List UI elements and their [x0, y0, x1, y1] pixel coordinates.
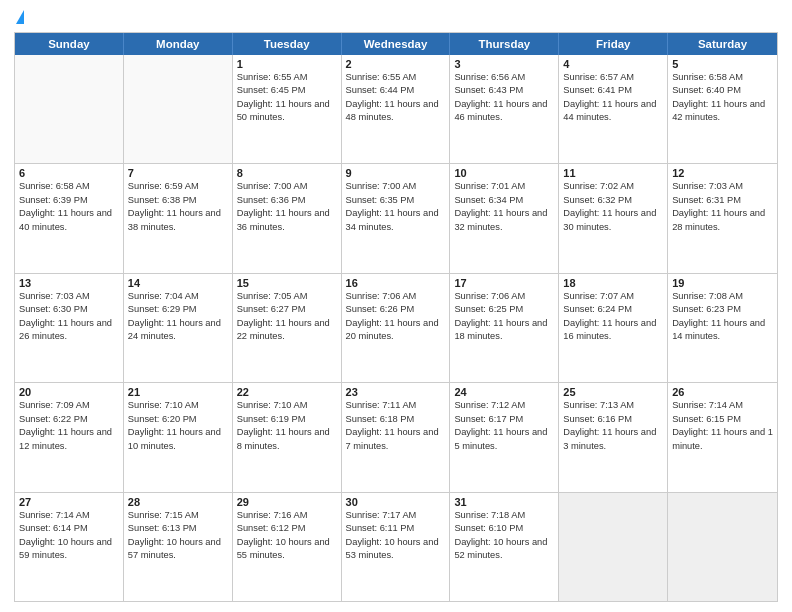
calendar-cell: 8Sunrise: 7:00 AM Sunset: 6:36 PM Daylig… — [233, 164, 342, 272]
calendar-cell: 17Sunrise: 7:06 AM Sunset: 6:25 PM Dayli… — [450, 274, 559, 382]
day-info: Sunrise: 7:09 AM Sunset: 6:22 PM Dayligh… — [19, 399, 119, 453]
calendar-week: 27Sunrise: 7:14 AM Sunset: 6:14 PM Dayli… — [15, 493, 777, 601]
calendar-cell: 23Sunrise: 7:11 AM Sunset: 6:18 PM Dayli… — [342, 383, 451, 491]
calendar-cell — [668, 493, 777, 601]
day-info: Sunrise: 7:18 AM Sunset: 6:10 PM Dayligh… — [454, 509, 554, 563]
calendar-cell: 22Sunrise: 7:10 AM Sunset: 6:19 PM Dayli… — [233, 383, 342, 491]
day-info: Sunrise: 6:58 AM Sunset: 6:39 PM Dayligh… — [19, 180, 119, 234]
calendar-cell: 12Sunrise: 7:03 AM Sunset: 6:31 PM Dayli… — [668, 164, 777, 272]
day-info: Sunrise: 7:04 AM Sunset: 6:29 PM Dayligh… — [128, 290, 228, 344]
calendar-cell: 31Sunrise: 7:18 AM Sunset: 6:10 PM Dayli… — [450, 493, 559, 601]
day-info: Sunrise: 6:57 AM Sunset: 6:41 PM Dayligh… — [563, 71, 663, 125]
day-number: 11 — [563, 167, 663, 179]
calendar-body: 1Sunrise: 6:55 AM Sunset: 6:45 PM Daylig… — [15, 55, 777, 601]
weekday-header: Thursday — [450, 33, 559, 55]
day-number: 5 — [672, 58, 773, 70]
day-info: Sunrise: 7:15 AM Sunset: 6:13 PM Dayligh… — [128, 509, 228, 563]
calendar-cell: 11Sunrise: 7:02 AM Sunset: 6:32 PM Dayli… — [559, 164, 668, 272]
calendar-cell: 7Sunrise: 6:59 AM Sunset: 6:38 PM Daylig… — [124, 164, 233, 272]
day-info: Sunrise: 6:55 AM Sunset: 6:45 PM Dayligh… — [237, 71, 337, 125]
calendar-cell: 6Sunrise: 6:58 AM Sunset: 6:39 PM Daylig… — [15, 164, 124, 272]
day-number: 23 — [346, 386, 446, 398]
calendar-cell — [124, 55, 233, 163]
day-number: 13 — [19, 277, 119, 289]
day-number: 8 — [237, 167, 337, 179]
day-info: Sunrise: 7:11 AM Sunset: 6:18 PM Dayligh… — [346, 399, 446, 453]
day-number: 28 — [128, 496, 228, 508]
calendar-week: 1Sunrise: 6:55 AM Sunset: 6:45 PM Daylig… — [15, 55, 777, 164]
calendar-cell: 21Sunrise: 7:10 AM Sunset: 6:20 PM Dayli… — [124, 383, 233, 491]
calendar-cell — [15, 55, 124, 163]
day-number: 17 — [454, 277, 554, 289]
weekday-header: Tuesday — [233, 33, 342, 55]
day-number: 25 — [563, 386, 663, 398]
calendar-cell: 9Sunrise: 7:00 AM Sunset: 6:35 PM Daylig… — [342, 164, 451, 272]
calendar-cell: 15Sunrise: 7:05 AM Sunset: 6:27 PM Dayli… — [233, 274, 342, 382]
day-info: Sunrise: 6:55 AM Sunset: 6:44 PM Dayligh… — [346, 71, 446, 125]
day-number: 22 — [237, 386, 337, 398]
logo-triangle-icon — [16, 10, 24, 24]
calendar-cell: 13Sunrise: 7:03 AM Sunset: 6:30 PM Dayli… — [15, 274, 124, 382]
calendar-cell: 24Sunrise: 7:12 AM Sunset: 6:17 PM Dayli… — [450, 383, 559, 491]
calendar-week: 6Sunrise: 6:58 AM Sunset: 6:39 PM Daylig… — [15, 164, 777, 273]
calendar: SundayMondayTuesdayWednesdayThursdayFrid… — [14, 32, 778, 602]
day-number: 27 — [19, 496, 119, 508]
weekday-header: Wednesday — [342, 33, 451, 55]
day-info: Sunrise: 7:14 AM Sunset: 6:14 PM Dayligh… — [19, 509, 119, 563]
day-info: Sunrise: 7:13 AM Sunset: 6:16 PM Dayligh… — [563, 399, 663, 453]
day-info: Sunrise: 7:06 AM Sunset: 6:26 PM Dayligh… — [346, 290, 446, 344]
day-info: Sunrise: 7:06 AM Sunset: 6:25 PM Dayligh… — [454, 290, 554, 344]
calendar-cell: 28Sunrise: 7:15 AM Sunset: 6:13 PM Dayli… — [124, 493, 233, 601]
calendar-cell: 10Sunrise: 7:01 AM Sunset: 6:34 PM Dayli… — [450, 164, 559, 272]
calendar-cell: 20Sunrise: 7:09 AM Sunset: 6:22 PM Dayli… — [15, 383, 124, 491]
weekday-header: Monday — [124, 33, 233, 55]
calendar-cell: 14Sunrise: 7:04 AM Sunset: 6:29 PM Dayli… — [124, 274, 233, 382]
day-info: Sunrise: 7:07 AM Sunset: 6:24 PM Dayligh… — [563, 290, 663, 344]
weekday-header: Sunday — [15, 33, 124, 55]
day-info: Sunrise: 7:05 AM Sunset: 6:27 PM Dayligh… — [237, 290, 337, 344]
calendar-cell: 18Sunrise: 7:07 AM Sunset: 6:24 PM Dayli… — [559, 274, 668, 382]
day-info: Sunrise: 7:17 AM Sunset: 6:11 PM Dayligh… — [346, 509, 446, 563]
day-number: 4 — [563, 58, 663, 70]
weekday-header: Friday — [559, 33, 668, 55]
calendar-cell: 4Sunrise: 6:57 AM Sunset: 6:41 PM Daylig… — [559, 55, 668, 163]
calendar-cell: 19Sunrise: 7:08 AM Sunset: 6:23 PM Dayli… — [668, 274, 777, 382]
day-number: 9 — [346, 167, 446, 179]
day-info: Sunrise: 7:12 AM Sunset: 6:17 PM Dayligh… — [454, 399, 554, 453]
calendar-cell: 3Sunrise: 6:56 AM Sunset: 6:43 PM Daylig… — [450, 55, 559, 163]
day-number: 16 — [346, 277, 446, 289]
calendar-week: 13Sunrise: 7:03 AM Sunset: 6:30 PM Dayli… — [15, 274, 777, 383]
day-info: Sunrise: 6:59 AM Sunset: 6:38 PM Dayligh… — [128, 180, 228, 234]
day-number: 21 — [128, 386, 228, 398]
day-info: Sunrise: 7:14 AM Sunset: 6:15 PM Dayligh… — [672, 399, 773, 453]
day-number: 26 — [672, 386, 773, 398]
day-number: 30 — [346, 496, 446, 508]
header — [14, 10, 778, 26]
day-number: 19 — [672, 277, 773, 289]
day-number: 20 — [19, 386, 119, 398]
day-info: Sunrise: 7:10 AM Sunset: 6:20 PM Dayligh… — [128, 399, 228, 453]
day-number: 1 — [237, 58, 337, 70]
day-number: 31 — [454, 496, 554, 508]
day-info: Sunrise: 7:00 AM Sunset: 6:36 PM Dayligh… — [237, 180, 337, 234]
day-number: 14 — [128, 277, 228, 289]
day-number: 15 — [237, 277, 337, 289]
day-number: 18 — [563, 277, 663, 289]
day-number: 12 — [672, 167, 773, 179]
calendar-cell: 27Sunrise: 7:14 AM Sunset: 6:14 PM Dayli… — [15, 493, 124, 601]
weekday-header: Saturday — [668, 33, 777, 55]
calendar-header-row: SundayMondayTuesdayWednesdayThursdayFrid… — [15, 33, 777, 55]
day-info: Sunrise: 6:56 AM Sunset: 6:43 PM Dayligh… — [454, 71, 554, 125]
calendar-cell: 2Sunrise: 6:55 AM Sunset: 6:44 PM Daylig… — [342, 55, 451, 163]
calendar-cell: 16Sunrise: 7:06 AM Sunset: 6:26 PM Dayli… — [342, 274, 451, 382]
day-number: 6 — [19, 167, 119, 179]
day-info: Sunrise: 6:58 AM Sunset: 6:40 PM Dayligh… — [672, 71, 773, 125]
calendar-cell: 26Sunrise: 7:14 AM Sunset: 6:15 PM Dayli… — [668, 383, 777, 491]
page: SundayMondayTuesdayWednesdayThursdayFrid… — [0, 0, 792, 612]
day-info: Sunrise: 7:16 AM Sunset: 6:12 PM Dayligh… — [237, 509, 337, 563]
day-number: 2 — [346, 58, 446, 70]
day-number: 7 — [128, 167, 228, 179]
day-info: Sunrise: 7:00 AM Sunset: 6:35 PM Dayligh… — [346, 180, 446, 234]
calendar-week: 20Sunrise: 7:09 AM Sunset: 6:22 PM Dayli… — [15, 383, 777, 492]
day-info: Sunrise: 7:10 AM Sunset: 6:19 PM Dayligh… — [237, 399, 337, 453]
